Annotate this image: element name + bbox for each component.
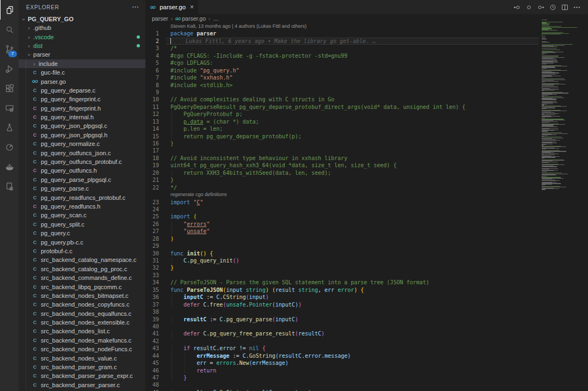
c-file-icon: C (32, 222, 38, 227)
line-number: 2 (145, 38, 166, 45)
tab-parser-go[interactable]: GO parser.go × (145, 0, 198, 14)
tree-item-pg_query_fingerprint.c[interactable]: Cpg_query_fingerprint.c (19, 95, 145, 103)
tree-item-src_backend_nodes_makefuncs.c[interactable]: Csrc_backend_nodes_makefuncs.c (19, 336, 145, 345)
tree-item-src_backend_parser_gram.c[interactable]: Csrc_backend_parser_gram.c (19, 363, 145, 371)
more-actions-icon[interactable] (571, 1, 583, 13)
file-history-icon[interactable] (547, 1, 559, 13)
tree-item-src_backend_nodes_value.c[interactable]: Csrc_backend_nodes_value.c (19, 353, 145, 362)
tree-item-src_backend_nodes_list.c[interactable]: Csrc_backend_nodes_list.c (19, 327, 145, 335)
c-file-icon: C (32, 302, 38, 307)
breadcrumb-symbol[interactable]: … (213, 15, 219, 22)
line-number: 46 (145, 367, 166, 374)
tree-item-protobuf-c.c[interactable]: Cprotobuf-c.c (19, 247, 145, 255)
tree-item-src_backend_parser_parse_expr.c[interactable]: Csrc_backend_parser_parse_expr.c (19, 371, 145, 380)
tree-item-pg_query_readfuncs.h[interactable]: Cpg_query_readfuncs.h (19, 202, 145, 211)
tree-item-src_backend_nodes_bitmapset.c[interactable]: Csrc_backend_nodes_bitmapset.c (19, 291, 145, 300)
line-number: 26 (145, 221, 166, 228)
breadcrumb-folder[interactable]: parser (152, 15, 168, 22)
tree-item-label: pg_query_fingerprint.c (41, 96, 100, 102)
line-number: 5 (145, 59, 166, 66)
extensions-icon[interactable] (0, 78, 19, 98)
tree-item-src_backend_catalog_namespace.c[interactable]: Csrc_backend_catalog_namespace.c (19, 255, 145, 264)
docker-icon[interactable] (0, 157, 19, 176)
previous-change-icon[interactable] (511, 1, 523, 13)
explorer-sidebar: EXPLORER ⋯ › PG_QUERY_GO › .github› .vsc… (19, 0, 145, 391)
tree-item-pg_query_scan.c[interactable]: Cpg_query_scan.c (19, 211, 145, 219)
tree-item-src_backend_nodes_extensible.c[interactable]: Csrc_backend_nodes_extensible.c (19, 318, 145, 327)
tab-close-icon[interactable]: × (190, 3, 194, 11)
tree-item-pg_query_parse.c[interactable]: Cpg_query_parse.c (19, 184, 145, 193)
tree-item-pg_query_split.c[interactable]: Cpg_query_split.c (19, 220, 145, 229)
tree-item-src_backend_commands_define.c[interactable]: Csrc_backend_commands_define.c (19, 273, 145, 282)
tree-item-src_backend_catalog_pg_proc.c[interactable]: Csrc_backend_catalog_pg_proc.c (19, 265, 145, 273)
split-editor-icon[interactable] (559, 1, 571, 13)
code-line-23: 23import "C" (145, 199, 539, 206)
indent-guide (171, 221, 172, 228)
tree-item-pg_query_readfuncs_protobuf.c[interactable]: Cpg_query_readfuncs_protobuf.c (19, 193, 145, 201)
code-line-text (166, 272, 539, 279)
explorer-actions-icon[interactable]: ⋯ (132, 4, 139, 10)
remote-explorer-icon[interactable] (0, 98, 19, 118)
tree-item-src_backend_nodes_equalfuncs.c[interactable]: Csrc_backend_nodes_equalfuncs.c (19, 309, 145, 318)
tree-item-label: include (39, 60, 58, 67)
c-file-icon: C (32, 275, 38, 280)
sidebar-header: EXPLORER ⋯ (19, 0, 145, 14)
open-changes-icon[interactable] (523, 1, 535, 13)
tree-item-parser.go[interactable]: GOparser.go (19, 77, 145, 85)
next-change-icon[interactable] (535, 1, 547, 13)
tree-item-pg_query_json_plpgsql.c[interactable]: Cpg_query_json_plpgsql.c (19, 121, 145, 130)
minimap-line (542, 158, 544, 158)
h-file-icon: C (32, 204, 38, 209)
tree-item-pg_query.pb-c.c[interactable]: Cpg_query.pb-c.c (19, 237, 145, 246)
code-line-9: 9 (145, 89, 539, 96)
line-number: 25 (145, 213, 166, 220)
tree-item-guc-file.c[interactable]: Cguc-file.c (19, 68, 145, 77)
code-line-text: package parser (166, 30, 539, 37)
tree-item-pg_query_fingerprint.h[interactable]: Cpg_query_fingerprint.h (19, 104, 145, 113)
explorer-icon[interactable] (0, 0, 19, 20)
run-debug-icon[interactable] (0, 59, 19, 78)
code-editor[interactable]: Steven Kalt, 13 months ago | 4 authors (… (145, 23, 539, 391)
breadcrumb-file[interactable]: parser.go (182, 15, 206, 22)
code-line-text: defer C.free(unsafe.Pointer(inputC)) (166, 301, 539, 308)
tree-item-.github[interactable]: › .github (19, 23, 145, 32)
tree-item-dist[interactable]: › dist (19, 41, 145, 50)
tree-item-include[interactable]: › include (19, 59, 145, 68)
search-icon[interactable] (0, 20, 19, 39)
tree-item-pg_query_parse_plpgsql.c[interactable]: Cpg_query_parse_plpgsql.c (19, 175, 145, 184)
tree-item-src_backend_parser_parser.c[interactable]: Csrc_backend_parser_parser.c (19, 381, 145, 389)
testing-icon[interactable] (0, 118, 19, 137)
gitlens-icon[interactable] (0, 137, 19, 157)
minimap-line (542, 50, 560, 50)
minimap-line (542, 189, 546, 190)
minimap-line (542, 131, 548, 131)
tree-item-src_backend_nodes_nodeFuncs.c[interactable]: Csrc_backend_nodes_nodeFuncs.c (19, 345, 145, 353)
tree-item-pg_query_deparse.c[interactable]: Cpg_query_deparse.c (19, 86, 145, 95)
source-control-icon[interactable]: 7 (0, 39, 19, 59)
c-file-icon: C (32, 257, 38, 262)
tree-item-label: src_backend_nodes_value.c (41, 355, 117, 362)
tree-item-parser[interactable]: › parser (19, 50, 145, 59)
code-line-text: return pg_query_deparse_protobuf(p); (166, 133, 539, 140)
tree-item-pg_query_internal.h[interactable]: Cpg_query_internal.h (19, 113, 145, 121)
section-header-pg-query-go[interactable]: › PG_QUERY_GO (19, 14, 145, 23)
tree-item-pg_query_outfuncs_protobuf.c[interactable]: Cpg_query_outfuncs_protobuf.c (19, 157, 145, 166)
code-line-text (166, 147, 539, 154)
project-manager-icon[interactable] (0, 176, 19, 196)
tree-item-pg_query_outfuncs_json.c[interactable]: Cpg_query_outfuncs_json.c (19, 148, 145, 157)
tree-item-.vscode[interactable]: › .vscode (19, 32, 145, 41)
code-line-text: result = C.GoString(resultC.parse_tree) (166, 389, 539, 391)
tree-item-pg_query_json_plpgsql.h[interactable]: Cpg_query_json_plpgsql.h (19, 131, 145, 139)
tree-item-label: pg_query_split.c (41, 221, 84, 228)
tree-item-src_backend_libpq_pqcomm.c[interactable]: Csrc_backend_libpq_pqcomm.c (19, 282, 145, 291)
minimap-line (542, 82, 545, 82)
code-line-27: 27 "unsafe" (145, 228, 539, 235)
tree-item-pg_query_normalize.c[interactable]: Cpg_query_normalize.c (19, 139, 145, 148)
codelens-link[interactable]: Steven Kalt, 13 months ago | 4 authors (… (166, 23, 539, 30)
minimap[interactable] (539, 20, 588, 391)
tree-item-label: parser.go (41, 78, 66, 85)
codelens-link[interactable]: regenerate cgo definitions (166, 191, 539, 198)
tree-item-pg_query_outfuncs.h[interactable]: Cpg_query_outfuncs.h (19, 166, 145, 175)
tree-item-src_backend_nodes_copyfuncs.c[interactable]: Csrc_backend_nodes_copyfuncs.c (19, 300, 145, 309)
tree-item-pg_query.c[interactable]: Cpg_query.c (19, 229, 145, 237)
